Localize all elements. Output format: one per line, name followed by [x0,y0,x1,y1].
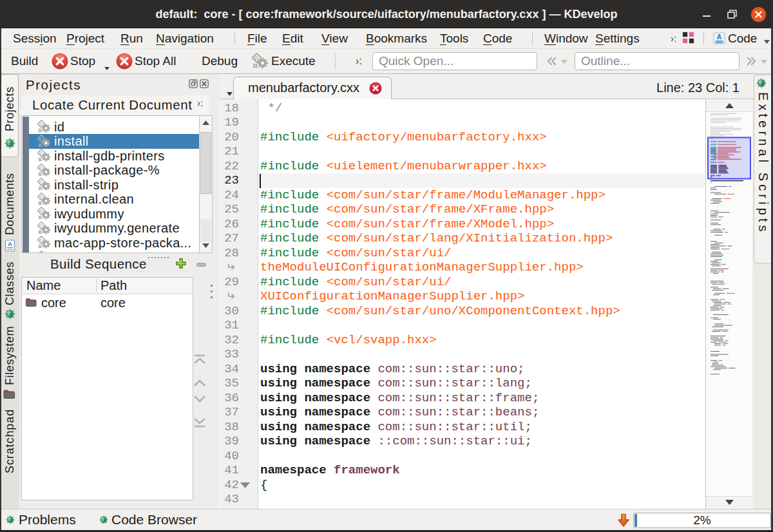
svg-text:A: A [8,241,12,247]
svg-text:A: A [717,33,722,41]
